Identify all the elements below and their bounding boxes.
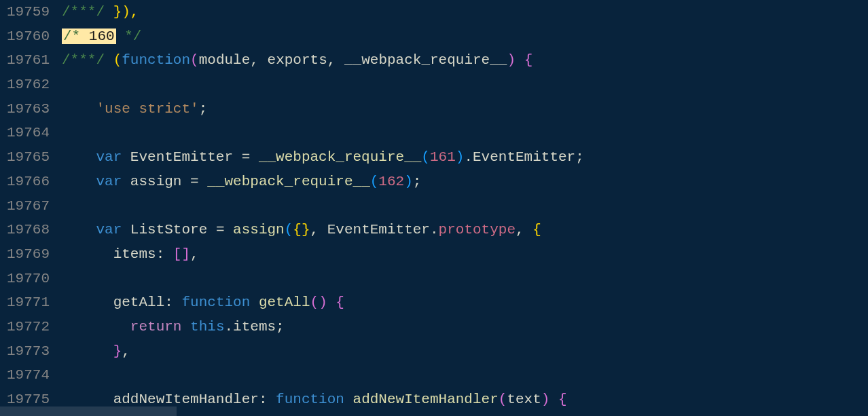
ident-token: assign [122, 174, 190, 189]
paren-token: ( [421, 149, 430, 165]
paren-token: ( [105, 52, 122, 68]
punc-token: , [327, 52, 344, 68]
punc-token: , [190, 246, 199, 262]
code-line[interactable]: var EventEmitter = __webpack_require__(1… [62, 145, 868, 170]
keyword-token: return [130, 319, 182, 335]
comment-token: */ [116, 29, 142, 44]
line-number: 19759 [7, 0, 50, 24]
keyword-token: function [173, 295, 250, 310]
brace-token: }), [105, 4, 139, 20]
punc-token: , [250, 52, 267, 68]
property-token: prototype [439, 222, 516, 238]
paren-token: ( [190, 52, 199, 68]
code-line[interactable] [62, 121, 868, 145]
code-line[interactable] [62, 267, 868, 291]
paren-token: ( [499, 392, 507, 407]
brace-token: } [113, 343, 122, 359]
func-token: __webpack_require__ [199, 174, 370, 189]
code-line[interactable]: /* 160 */ [62, 24, 868, 49]
line-number: 19764 [7, 121, 50, 145]
horizontal-scrollbar[interactable] [0, 406, 177, 416]
line-number: 19773 [7, 339, 50, 364]
paren-token: ) [507, 52, 516, 68]
number-token: 162 [378, 174, 404, 189]
punc-token: = [216, 222, 225, 238]
punc-token: , [516, 222, 532, 238]
punc-token: . [430, 222, 439, 238]
ident-token: exports [268, 52, 327, 68]
code-line[interactable]: /***/ }), [62, 0, 868, 24]
line-number: 19769 [7, 242, 50, 267]
code-line[interactable]: return this.items; [62, 315, 868, 339]
code-line[interactable]: var ListStore = assign({}, EventEmitter.… [62, 218, 868, 242]
brace-token: { [327, 295, 344, 310]
ident-token: EventEmitter [473, 149, 575, 165]
ident-token: items [233, 319, 276, 335]
keyword-token: var [96, 149, 122, 165]
code-editor[interactable]: 19759 19760 19761 19762 19763 19764 1976… [0, 0, 868, 416]
ident-token: EventEmitter [327, 222, 430, 238]
punc-token: : [156, 246, 165, 262]
punc-token: : [259, 392, 268, 407]
code-line[interactable] [62, 73, 868, 97]
punc-token: = [190, 174, 199, 189]
punc-token: = [242, 149, 251, 165]
line-number: 19767 [7, 194, 50, 219]
code-line[interactable] [62, 194, 868, 219]
keyword-token: this [181, 319, 224, 335]
ident-token: EventEmitter [122, 149, 241, 165]
brace-token: { [549, 392, 566, 407]
code-line[interactable]: addNewItemHandler: function addNewItemHa… [62, 387, 868, 412]
ident-token: getAll [113, 295, 165, 310]
code-line[interactable]: var assign = __webpack_require__(162); [62, 170, 868, 194]
string-token: 'use strict' [96, 101, 198, 117]
keyword-token: var [96, 222, 122, 238]
ident-token: module [199, 52, 251, 68]
punc-token: . [464, 149, 473, 165]
code-line[interactable]: 'use strict'; [62, 97, 868, 121]
punc-token: ; [276, 319, 285, 335]
line-number: 19768 [7, 218, 50, 242]
paren-token: ( [310, 295, 319, 310]
code-line[interactable]: }, [62, 339, 868, 364]
code-line[interactable]: /***/ (function(module, exports, __webpa… [62, 48, 868, 73]
ident-token: addNewItemHandler [113, 392, 259, 407]
line-number: 19761 [7, 48, 50, 73]
bracket-token: ] [181, 246, 190, 262]
func-token: __webpack_require__ [250, 149, 421, 165]
punc-token: : [164, 295, 173, 310]
paren-token: ) [541, 392, 550, 407]
line-number: 19772 [7, 315, 50, 339]
code-line[interactable]: items: [], [62, 242, 868, 267]
keyword-token: function [122, 52, 190, 68]
line-number: 19770 [7, 267, 50, 291]
brace-token: { [516, 52, 532, 68]
punc-token: ; [199, 101, 208, 117]
func-token: getAll [250, 295, 310, 310]
number-token: 161 [430, 149, 456, 165]
line-number: 19760 [7, 24, 50, 49]
line-number: 19762 [7, 73, 50, 97]
paren-token: ) [456, 149, 465, 165]
ident-token: text [507, 392, 541, 407]
line-number: 19765 [7, 145, 50, 170]
code-line[interactable]: getAll: function getAll() { [62, 290, 868, 315]
keyword-token: var [96, 174, 122, 189]
paren-token: ) [319, 295, 327, 310]
number-token: 160 [89, 29, 115, 44]
ident-token: __webpack_require__ [344, 52, 507, 68]
comment-token: /***/ [62, 4, 105, 20]
line-number: 19763 [7, 97, 50, 121]
code-area[interactable]: /***/ }), /* 160 */ /***/ (function(modu… [62, 0, 868, 416]
line-number: 19771 [7, 290, 50, 315]
bracket-token: [ [164, 246, 181, 262]
code-line[interactable] [62, 363, 868, 387]
punc-token: , [310, 222, 327, 238]
brace-token: { [532, 222, 541, 238]
paren-token: ( [370, 174, 379, 189]
ident-token: items [113, 246, 156, 262]
punc-token: . [224, 319, 233, 335]
ident-token: ListStore [122, 222, 216, 238]
paren-token: ) [404, 174, 413, 189]
func-token: addNewItemHandler [344, 392, 499, 407]
